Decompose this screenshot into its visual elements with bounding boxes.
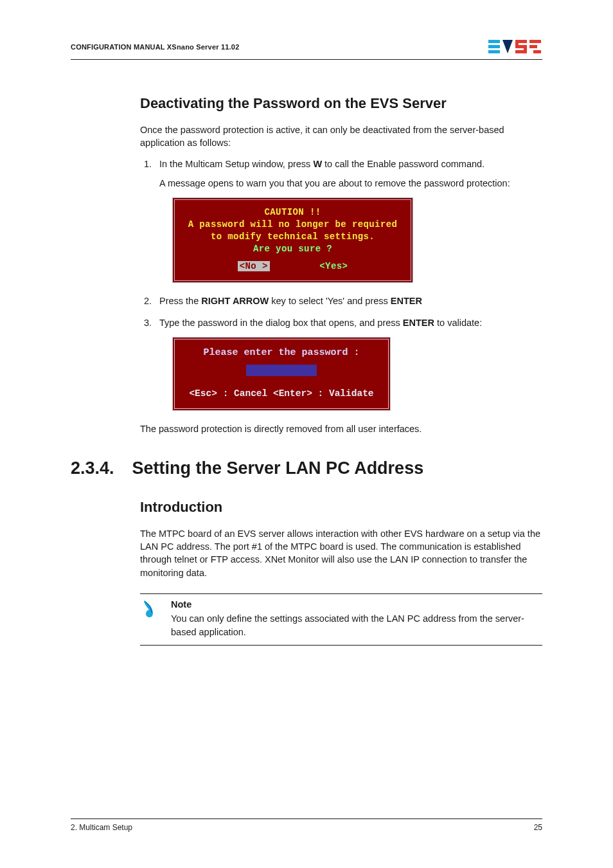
header-title: CONFIGURATION MANUAL XSnano Server 11.02 bbox=[71, 43, 239, 51]
heading-deactivating: Deactivating the Password on the EVS Ser… bbox=[140, 95, 542, 112]
step-3: Type the password in the dialog box that… bbox=[154, 316, 542, 411]
section-title: Setting the Server LAN PC Address bbox=[132, 458, 424, 478]
password-prompt: Please enter the password : bbox=[181, 346, 382, 359]
note-icon bbox=[140, 598, 162, 638]
introduction-body: The MTPC board of an EVS server allows i… bbox=[140, 527, 542, 579]
evs-logo bbox=[488, 39, 542, 55]
password-input[interactable] bbox=[246, 365, 317, 376]
svg-rect-3 bbox=[529, 40, 541, 43]
heading-introduction: Introduction bbox=[140, 499, 542, 516]
page-footer: 2. Multicam Setup 25 bbox=[71, 818, 542, 832]
dialog-no-button[interactable]: <No > bbox=[238, 261, 270, 271]
svg-rect-2 bbox=[488, 50, 500, 53]
svg-rect-4 bbox=[529, 45, 537, 48]
step-1: In the Multicam Setup window, press W to… bbox=[154, 158, 542, 283]
step-1-msg: A message opens to warn you that you are… bbox=[159, 177, 542, 190]
svg-rect-5 bbox=[533, 50, 541, 53]
footer-page-number: 25 bbox=[534, 823, 542, 832]
note-body: You can only define the settings associa… bbox=[171, 613, 524, 637]
footer-left: 2. Multicam Setup bbox=[71, 823, 132, 832]
after-dialog-text: The password protection is directly remo… bbox=[140, 422, 542, 435]
intro-paragraph: Once the password protection is active, … bbox=[140, 123, 542, 150]
note-box: Note You can only define the settings as… bbox=[140, 593, 542, 646]
dialog-caption: CAUTION !! bbox=[181, 206, 404, 219]
section-number: 2.3.4. bbox=[71, 458, 114, 478]
password-dialog: Please enter the password : <Esc> : Canc… bbox=[172, 337, 391, 410]
caution-dialog: CAUTION !! A password will no longer be … bbox=[172, 197, 413, 282]
dialog-yes-button[interactable]: <Yes> bbox=[319, 261, 348, 271]
step-2: Press the RIGHT ARROW key to select 'Yes… bbox=[154, 294, 542, 307]
password-dialog-hint: <Esc> : Cancel <Enter> : Validate bbox=[181, 387, 382, 400]
note-title: Note bbox=[171, 598, 542, 611]
svg-rect-0 bbox=[488, 40, 500, 43]
svg-rect-1 bbox=[488, 45, 500, 48]
section-heading-row: 2.3.4. Setting the Server LAN PC Address bbox=[71, 458, 542, 478]
page-header: CONFIGURATION MANUAL XSnano Server 11.02 bbox=[71, 39, 542, 60]
